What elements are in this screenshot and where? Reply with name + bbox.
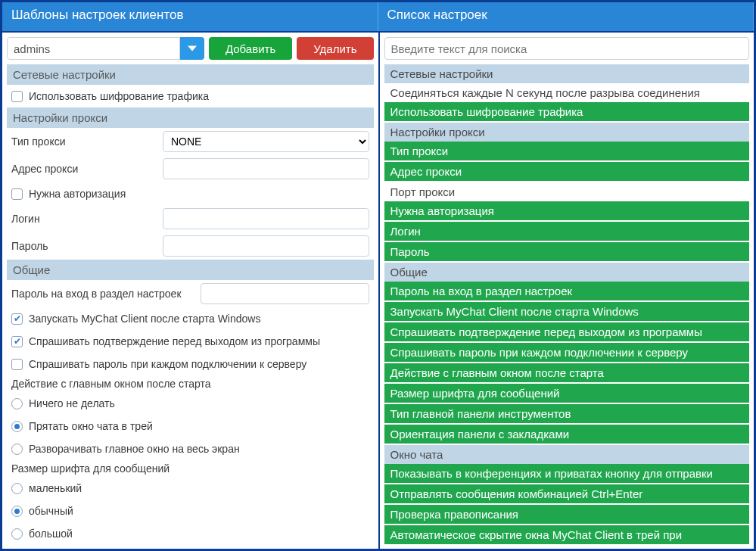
- settings-item[interactable]: Логин: [384, 222, 750, 242]
- content: Добавить Удалить Сетевые настройки Испол…: [2, 31, 754, 549]
- main-window-action-caption: Действие с главным окном после старта: [7, 375, 374, 392]
- password-input[interactable]: [163, 235, 369, 257]
- right-scroll[interactable]: Сетевые настройкиСоединяться каждые N се…: [384, 64, 750, 549]
- proxy-addr-label: Адрес прокси: [11, 163, 163, 175]
- confirm-exit-checkbox[interactable]: [11, 336, 23, 347]
- settings-item: Настройки прокси: [384, 123, 750, 142]
- settings-item[interactable]: Использовать шифрование трафика: [384, 102, 750, 123]
- settings-item[interactable]: Спрашивать пароль при каждом подключении…: [384, 343, 750, 363]
- confirm-exit-label: Спрашивать подтверждение перед выходом и…: [29, 335, 369, 347]
- section-proxy: Настройки прокси: [7, 107, 374, 128]
- radio-hide-tray[interactable]: [11, 421, 23, 432]
- radio-fs-big[interactable]: [11, 528, 23, 540]
- settings-pass-input[interactable]: [201, 283, 369, 304]
- settings-item[interactable]: Проверка правописания: [384, 505, 750, 525]
- radio-hide-tray-label: Прятать окно чата в трей: [29, 420, 369, 432]
- need-auth-label: Нужна авторизация: [29, 188, 369, 200]
- settings-item[interactable]: Тип прокси: [384, 142, 750, 162]
- section-general: Общие: [7, 260, 374, 280]
- font-size-caption: Размер шрифта для сообщений: [7, 460, 374, 477]
- settings-item[interactable]: Нужна авторизация: [384, 201, 750, 222]
- add-button[interactable]: Добавить: [209, 37, 292, 60]
- settings-item[interactable]: Спрашивать подтверждение перед выходом и…: [384, 322, 750, 343]
- radio-fs-small[interactable]: [11, 483, 23, 494]
- settings-item[interactable]: Пароль на вход в раздел настроек: [384, 282, 750, 302]
- top-tabs: Шаблоны настроек клиентов Список настрое…: [2, 2, 754, 31]
- login-input[interactable]: [163, 208, 369, 229]
- settings-item[interactable]: Пароль: [384, 242, 750, 263]
- settings-item[interactable]: Ориентация панели с закладками: [384, 425, 750, 445]
- chevron-down-icon: [188, 44, 197, 53]
- radio-maximize-label: Разворачивать главное окно на весь экран: [29, 443, 369, 455]
- ask-pass-checkbox[interactable]: [11, 359, 23, 370]
- template-select-input[interactable]: [7, 37, 180, 60]
- settings-item[interactable]: Действие с главным окном после старта: [384, 363, 750, 384]
- proxy-addr-input[interactable]: [163, 158, 369, 179]
- settings-item[interactable]: Порт прокси: [384, 182, 750, 201]
- settings-item: Общие: [384, 263, 750, 282]
- left-toolbar: Добавить Удалить: [7, 37, 374, 60]
- radio-fs-big-label: большой: [29, 528, 369, 540]
- settings-item[interactable]: Запускать MyChat Client после старта Win…: [384, 302, 750, 322]
- autostart-label: Запускать MyChat Client после старта Win…: [29, 313, 369, 325]
- left-scroll[interactable]: Сетевые настройки Использовать шифровани…: [7, 64, 374, 549]
- need-auth-checkbox[interactable]: [11, 188, 23, 200]
- search-input[interactable]: [384, 37, 750, 60]
- password-label: Пароль: [11, 240, 163, 252]
- template-select-caret[interactable]: [180, 37, 204, 60]
- tab-templates[interactable]: Шаблоны настроек клиентов: [2, 2, 378, 31]
- tab-settings-list[interactable]: Список настроек: [378, 2, 754, 31]
- encrypt-label: Использовать шифрование трафика: [29, 90, 369, 102]
- radio-maximize[interactable]: [11, 444, 23, 455]
- settings-item[interactable]: Соединяться каждые N секунд после разрыв…: [384, 83, 750, 102]
- encrypt-checkbox[interactable]: [11, 91, 23, 102]
- radio-fs-small-label: маленький: [29, 482, 369, 494]
- radio-fs-normal-label: обычный: [29, 505, 369, 517]
- left-pane: Добавить Удалить Сетевые настройки Испол…: [2, 33, 378, 549]
- settings-item: Сетевые настройки: [384, 64, 750, 83]
- ask-pass-label: Спрашивать пароль при каждом подключении…: [29, 358, 369, 370]
- radio-do-nothing[interactable]: [11, 398, 23, 409]
- template-select[interactable]: [7, 37, 204, 60]
- right-pane: Сетевые настройкиСоединяться каждые N се…: [378, 33, 754, 549]
- delete-button[interactable]: Удалить: [297, 37, 373, 60]
- settings-item[interactable]: Отправлять сообщения комбинацией Ctrl+En…: [384, 484, 750, 505]
- settings-item: Окно чата: [384, 445, 750, 464]
- login-label: Логин: [11, 213, 163, 225]
- settings-item[interactable]: Тип главной панели инструментов: [384, 404, 750, 425]
- settings-item[interactable]: Автоматическое скрытие окна MyChat Clien…: [384, 525, 750, 546]
- radio-fs-normal[interactable]: [11, 506, 23, 517]
- section-network: Сетевые настройки: [7, 64, 374, 85]
- settings-pass-label: Пароль на вход в раздел настроек: [11, 288, 201, 300]
- settings-item[interactable]: Адрес прокси: [384, 162, 750, 182]
- settings-item[interactable]: Размер шрифта для сообщений: [384, 384, 750, 404]
- proxy-type-label: Тип прокси: [11, 135, 163, 148]
- autostart-checkbox[interactable]: [11, 313, 23, 325]
- radio-do-nothing-label: Ничего не делать: [29, 397, 369, 409]
- proxy-type-select[interactable]: NONE: [163, 131, 369, 152]
- settings-item[interactable]: Показывать в конференциях и приватах кно…: [384, 464, 750, 484]
- app-frame: Шаблоны настроек клиентов Список настрое…: [0, 0, 756, 551]
